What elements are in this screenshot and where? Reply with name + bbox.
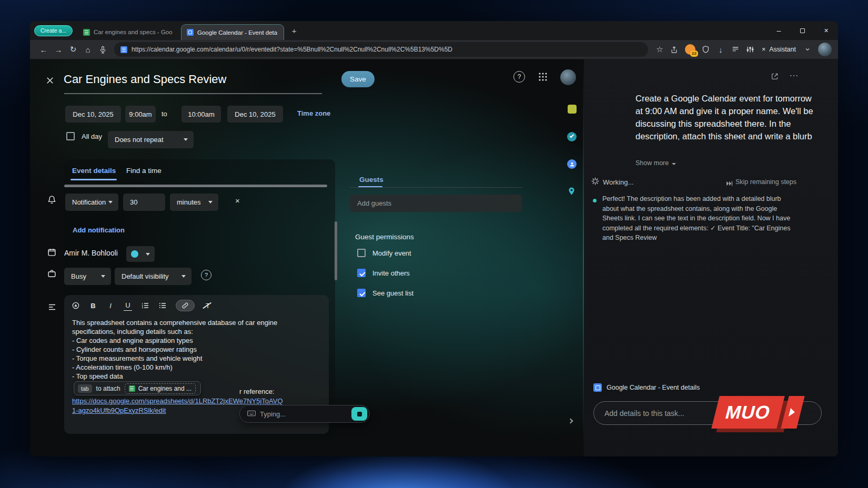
visibility-dropdown[interactable]: Default visibility bbox=[115, 268, 191, 285]
horizontal-scrollbar[interactable] bbox=[64, 185, 327, 187]
sheets-favicon-icon bbox=[83, 29, 90, 36]
mic-icon[interactable] bbox=[95, 42, 110, 57]
close-window-button[interactable]: × bbox=[814, 21, 838, 40]
tasks-icon[interactable] bbox=[567, 132, 577, 141]
shield-icon[interactable] bbox=[699, 42, 713, 57]
bell-icon bbox=[47, 195, 56, 206]
extension-icon[interactable]: 22 bbox=[685, 44, 695, 55]
bold-button[interactable]: B bbox=[89, 300, 97, 311]
help-button[interactable]: ? bbox=[513, 71, 525, 83]
tab-sheets[interactable]: Car engines and specs - Goo bbox=[78, 24, 181, 40]
sheets-file-icon bbox=[129, 385, 135, 392]
notification-value-input[interactable]: 30 bbox=[123, 194, 165, 211]
save-button[interactable]: Save bbox=[341, 71, 375, 87]
event-title-input[interactable]: Car Engines and Specs Review bbox=[64, 73, 226, 86]
bulleted-list-icon[interactable] bbox=[158, 300, 167, 311]
reference-text: r reference: bbox=[239, 388, 274, 395]
notification-unit-dropdown[interactable]: minutes bbox=[170, 194, 218, 211]
numbered-list-icon[interactable] bbox=[141, 300, 149, 311]
contacts-icon[interactable] bbox=[567, 159, 577, 169]
attach-action-label: to attach bbox=[96, 385, 120, 392]
maps-icon[interactable] bbox=[567, 187, 576, 198]
italic-button[interactable]: I bbox=[106, 300, 115, 311]
assistant-toolbar-button[interactable]: × Assistant bbox=[758, 46, 800, 53]
close-event-icon[interactable] bbox=[45, 76, 55, 87]
stop-button[interactable] bbox=[351, 407, 367, 421]
time-zone-link[interactable]: Time zone bbox=[297, 109, 330, 117]
browser-profile-avatar[interactable] bbox=[818, 43, 832, 56]
share-icon[interactable] bbox=[667, 42, 682, 57]
start-time-button[interactable]: 9:00am bbox=[125, 106, 156, 123]
skip-remaining-steps-link[interactable]: Skip remaining steps bbox=[735, 178, 796, 186]
tab-calendar[interactable]: Google Calendar - Event deta bbox=[181, 24, 284, 40]
calendar-profile-avatar[interactable] bbox=[560, 69, 576, 85]
permission-row: Modify event bbox=[357, 249, 411, 257]
forward-button[interactable]: → bbox=[51, 42, 66, 57]
tab-label: Car engines and specs - Goo bbox=[94, 29, 173, 35]
attach-suggestion-chip[interactable]: tab to attach Car engines and ... bbox=[74, 381, 201, 395]
recurrence-label: Does not repeat bbox=[115, 136, 164, 144]
bookmark-star-icon[interactable]: ☆ bbox=[652, 42, 667, 57]
invite-others-checkbox[interactable] bbox=[357, 269, 366, 277]
skip-icon[interactable] bbox=[726, 179, 733, 189]
tab-guests[interactable]: Guests bbox=[359, 176, 383, 184]
bullet-dot-icon bbox=[593, 199, 597, 202]
color-lens-icon[interactable] bbox=[72, 300, 80, 311]
end-time-button[interactable]: 10:00am bbox=[181, 106, 221, 123]
assistant-panel: … Create a Google Calendar event for tom… bbox=[584, 59, 838, 456]
tab-event-details[interactable]: Event details bbox=[72, 167, 116, 175]
user-prompt: Create a Google Calendar event for tomor… bbox=[635, 92, 821, 143]
add-notification-link[interactable]: Add notification bbox=[73, 226, 125, 234]
assistant-label: Assistant bbox=[769, 46, 796, 53]
more-options-icon[interactable]: … bbox=[789, 68, 799, 79]
notification-type-label: Notification bbox=[72, 198, 106, 206]
permission-label: Invite others bbox=[372, 269, 410, 277]
tuner-icon[interactable] bbox=[743, 42, 758, 57]
notification-type-dropdown[interactable]: Notification bbox=[65, 194, 118, 211]
chevron-down-icon[interactable] bbox=[800, 42, 815, 57]
busy-dropdown[interactable]: Busy bbox=[64, 268, 111, 285]
underline-button[interactable]: U bbox=[124, 300, 132, 311]
attach-file-chip[interactable]: Car engines and ... bbox=[125, 383, 196, 394]
add-guests-input[interactable]: Add guests bbox=[350, 195, 522, 212]
assistant-close-icon[interactable]: × bbox=[762, 46, 765, 53]
context-chip-label[interactable]: Google Calendar - Event details bbox=[607, 384, 700, 391]
insert-link-button[interactable] bbox=[176, 300, 195, 311]
show-more-link[interactable]: Show more bbox=[635, 159, 676, 167]
home-button[interactable]: ⌂ bbox=[80, 42, 95, 57]
tab-key-icon: tab bbox=[78, 384, 92, 393]
clear-formatting-button[interactable]: T bbox=[204, 300, 212, 311]
vertical-scrollbar[interactable] bbox=[335, 221, 337, 280]
working-spinner-icon bbox=[591, 177, 599, 187]
description-text[interactable]: This spreadsheet contains a comprehensiv… bbox=[72, 318, 299, 381]
reload-button[interactable]: ↻ bbox=[66, 42, 80, 57]
permission-row: See guest list bbox=[357, 289, 413, 297]
download-icon[interactable]: ↓ bbox=[713, 42, 728, 57]
chevron-down-icon bbox=[672, 163, 676, 165]
recurrence-dropdown[interactable]: Does not repeat bbox=[108, 131, 194, 148]
visibility-help-icon[interactable]: ? bbox=[201, 270, 211, 280]
side-panel-collapse-icon[interactable] bbox=[568, 419, 573, 424]
menu-lines-icon[interactable] bbox=[728, 42, 743, 57]
remove-notification-icon[interactable]: × bbox=[235, 196, 240, 205]
back-button[interactable]: ← bbox=[36, 42, 51, 57]
new-tab-button[interactable]: + bbox=[287, 24, 301, 37]
all-day-checkbox[interactable] bbox=[66, 132, 75, 140]
tab-find-a-time[interactable]: Find a time bbox=[126, 167, 162, 175]
see-guest-list-checkbox[interactable] bbox=[357, 289, 366, 297]
keep-icon[interactable] bbox=[568, 105, 577, 114]
dropdown-arrow-icon bbox=[101, 275, 105, 278]
page-icon bbox=[120, 46, 127, 53]
active-tab-underline bbox=[70, 179, 117, 180]
modify-event-checkbox[interactable] bbox=[357, 249, 366, 257]
event-color-dropdown[interactable] bbox=[126, 246, 155, 262]
minimize-button[interactable]: – bbox=[767, 21, 791, 40]
create-button[interactable]: Create a... bbox=[34, 25, 73, 36]
apps-grid-icon[interactable] bbox=[538, 72, 548, 84]
stop-icon bbox=[357, 412, 362, 416]
open-in-new-icon[interactable] bbox=[771, 72, 779, 83]
end-date-button[interactable]: Dec 10, 2025 bbox=[227, 106, 283, 123]
start-date-button[interactable]: Dec 10, 2025 bbox=[65, 106, 121, 123]
address-bar[interactable]: https://calendar.google.com/calendar/u/0… bbox=[114, 42, 648, 57]
maximize-button[interactable] bbox=[791, 21, 814, 40]
